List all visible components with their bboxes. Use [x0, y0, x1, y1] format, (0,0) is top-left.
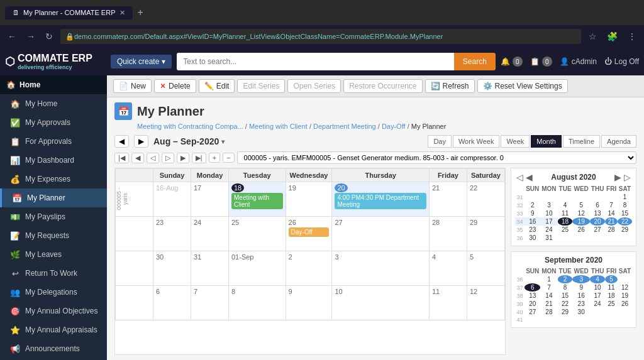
calendar-event[interactable]: 4:00 PM4:30 PM Department Meeting — [335, 193, 426, 209]
mini-cal-day[interactable]: 23 — [572, 300, 589, 308]
view-week-button[interactable]: Week — [501, 135, 530, 148]
mini-cal-day-today[interactable]: 6 — [525, 283, 540, 292]
mini-cal-day[interactable]: 28 — [605, 226, 618, 234]
calendar-cell[interactable]: 16-Aug — [153, 182, 191, 217]
mini-cal-day[interactable]: 15 — [558, 292, 573, 300]
mini-cal-day[interactable] — [525, 193, 540, 201]
mini-cal-day-highlighted[interactable]: 5 — [605, 275, 618, 283]
mini-cal-day[interactable] — [558, 234, 573, 242]
mini-cal-day[interactable]: 7 — [540, 283, 557, 292]
calendar-cell[interactable]: 2 — [286, 251, 332, 286]
sidebar-item-my-leaves[interactable]: 🌿 My Leaves — [0, 245, 107, 264]
mini-cal-day[interactable]: 12 — [572, 209, 589, 217]
sidebar-item-my-planner[interactable]: 📅 My Planner — [0, 188, 107, 207]
calendar-cell[interactable]: 30 — [153, 251, 191, 286]
sidebar-item-my-expenses[interactable]: 💰 My Expenses — [0, 170, 107, 188]
view-day-button[interactable]: Day — [428, 135, 452, 148]
mini-cal-day[interactable] — [590, 308, 605, 316]
mini-cal-day[interactable]: 24 — [590, 300, 605, 308]
logout-button[interactable]: ⏻ Log Off — [604, 57, 639, 66]
mini-cal-next-right[interactable]: ▷ — [623, 172, 632, 182]
mini-cal-day[interactable]: 9 — [572, 283, 589, 292]
calendar-cell[interactable]: 5 — [467, 251, 504, 286]
mini-cal-day[interactable] — [618, 316, 632, 324]
mini-cal-day[interactable] — [618, 234, 632, 242]
mini-cal-day[interactable]: 29 — [558, 308, 573, 316]
mini-cal-day[interactable]: 5 — [572, 201, 589, 209]
mini-cal-day[interactable] — [590, 193, 605, 201]
breadcrumb-link-2[interactable]: Meeting with Client — [249, 123, 308, 130]
mini-cal-day-highlighted[interactable]: 19 — [572, 217, 589, 226]
url-bar[interactable]: 🔒 demo.commaterp.com/Default.aspx#ViewID… — [60, 29, 581, 44]
calendar-cell[interactable]: 28 — [429, 217, 467, 251]
search-button[interactable]: Search — [454, 53, 496, 70]
mini-cal-day[interactable]: 14 — [540, 292, 557, 300]
calendar-cell[interactable]: 25 — [229, 217, 286, 251]
mini-cal-day[interactable]: 29 — [618, 226, 632, 234]
mini-cal-day[interactable]: 6 — [590, 201, 605, 209]
sidebar-item-announcements[interactable]: 📢 Announcements — [0, 339, 107, 358]
calendar-cell[interactable]: 27 — [332, 217, 429, 251]
mini-cal-prev-left[interactable]: ◁ — [515, 172, 525, 182]
mini-cal-day[interactable]: 30 — [572, 308, 589, 316]
calendar-cell-today[interactable]: 18 Meeting with Client — [229, 182, 286, 217]
mini-cal-day[interactable] — [540, 193, 557, 201]
mini-cal-day[interactable] — [605, 234, 618, 242]
calendar-cell[interactable]: 23 — [153, 217, 191, 251]
bookmark-button[interactable]: ☆ — [586, 30, 599, 43]
view-workweek-button[interactable]: Work Week — [453, 135, 499, 148]
mini-cal-day-highlighted[interactable]: 22 — [618, 217, 632, 226]
sidebar-home-header[interactable]: 🏠 Home — [0, 75, 107, 94]
calendar-cell[interactable]: 20 4:00 PM4:30 PM Department Meeting — [332, 182, 429, 217]
mini-cal-day[interactable]: 14 — [605, 209, 618, 217]
resource-select[interactable]: 000005 - yaris. EMFM00005 - Genset Gener… — [237, 151, 636, 164]
calendar-cell[interactable]: 4 — [429, 251, 467, 286]
sidebar-item-my-dashboard[interactable]: 📊 My Dashboard — [0, 151, 107, 170]
calendar-event[interactable]: Day-Off — [289, 227, 330, 237]
mini-add-button[interactable]: + — [209, 153, 220, 163]
mini-cal-day[interactable]: 17 — [540, 217, 557, 226]
mini-cal-day[interactable]: 24 — [540, 226, 557, 234]
mini-cal-day[interactable] — [590, 316, 605, 324]
mini-cal-day[interactable]: 27 — [590, 226, 605, 234]
mini-cal-day[interactable] — [558, 316, 573, 324]
mini-cal-day[interactable]: 10 — [540, 209, 557, 217]
calendar-cell[interactable]: 26 Day-Off — [286, 217, 332, 251]
mini-cal-day-highlighted[interactable]: 4 — [590, 275, 605, 283]
mini-cal-day[interactable] — [525, 316, 540, 324]
refresh-button[interactable]: 🔄 Refresh — [425, 79, 475, 93]
mini-cal-day[interactable]: 10 — [590, 283, 605, 292]
sidebar-item-return-to-work[interactable]: ↩ Return To Work — [0, 264, 107, 283]
forward-button[interactable]: → — [24, 30, 38, 43]
calendar-event[interactable]: Meeting with Client — [231, 193, 283, 209]
new-tab-button[interactable]: + — [138, 7, 143, 18]
mini-cal-day[interactable]: 18 — [605, 292, 618, 300]
calendar-cell[interactable]: 01-Sep — [229, 251, 286, 286]
mini-cal-day[interactable]: 21 — [540, 300, 557, 308]
cal-prev-button[interactable]: ◀ — [114, 135, 129, 148]
mini-cal-day[interactable]: 16 — [525, 217, 540, 226]
user-menu-button[interactable]: 👤 cAdmin — [560, 57, 597, 66]
documents-button[interactable]: 📋 0 — [530, 57, 552, 67]
mini-cal-day[interactable]: 15 — [618, 209, 632, 217]
mini-cal-day[interactable] — [540, 316, 557, 324]
mini-cal-day[interactable]: 11 — [558, 209, 573, 217]
mini-first-button[interactable]: |◀ — [114, 153, 129, 163]
sidebar-item-my-home[interactable]: 🏠 My Home — [0, 94, 107, 113]
calendar-cell[interactable]: 19 — [286, 182, 332, 217]
calendar-cell[interactable]: 24 — [191, 217, 229, 251]
sidebar-item-annual-appraisals[interactable]: ⭐ My Annual Appraisals — [0, 320, 107, 339]
tab-close-button[interactable]: ✕ — [119, 9, 125, 17]
mini-cal-day[interactable] — [605, 193, 618, 201]
calendar-cell[interactable]: 9 — [286, 286, 332, 320]
mini-cal-day[interactable]: 17 — [590, 292, 605, 300]
edit-series-button[interactable]: Edit Series — [237, 79, 285, 93]
mini-next-button[interactable]: ▶ — [177, 153, 189, 163]
mini-cal-day[interactable]: 25 — [558, 226, 573, 234]
mini-cal-day[interactable]: 28 — [540, 308, 557, 316]
mini-cal-day[interactable] — [618, 308, 632, 316]
calendar-cell[interactable]: 11 — [429, 286, 467, 320]
mini-cal-day-highlighted[interactable]: 20 — [590, 217, 605, 226]
mini-prev2-button[interactable]: ◁ — [147, 153, 159, 163]
reload-button[interactable]: ↻ — [43, 30, 55, 43]
